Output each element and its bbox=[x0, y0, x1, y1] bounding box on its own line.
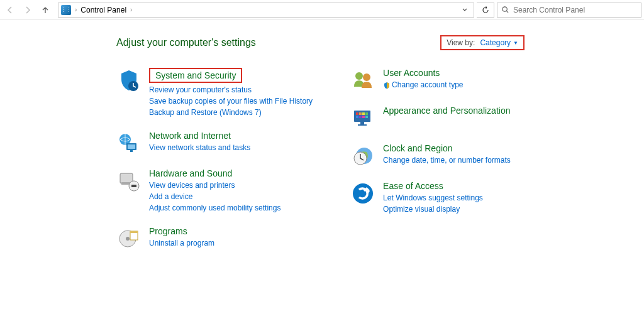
category-body: System and SecurityReview your computer'… bbox=[149, 68, 313, 118]
svg-rect-9 bbox=[131, 185, 136, 187]
refresh-icon bbox=[481, 6, 490, 14]
nav-up-button[interactable] bbox=[38, 3, 53, 18]
category-sublinks: Review your computer's statusSave backup… bbox=[149, 84, 313, 118]
category-sublink[interactable]: Optimize visual display bbox=[383, 204, 483, 215]
category-title-link[interactable]: Ease of Access bbox=[383, 181, 443, 191]
category-icon bbox=[116, 131, 142, 156]
breadcrumb-separator-icon: › bbox=[75, 6, 77, 13]
svg-rect-24 bbox=[359, 116, 362, 118]
arrow-left-icon bbox=[6, 6, 14, 14]
svg-point-0 bbox=[502, 7, 507, 11]
svg-rect-19 bbox=[356, 112, 358, 115]
category-sublink[interactable]: Change date, time, or number formats bbox=[383, 155, 511, 166]
category-item: Ease of AccessLet Windows suggest settin… bbox=[350, 181, 511, 215]
search-icon bbox=[501, 6, 509, 14]
category-icon bbox=[350, 68, 375, 93]
dropdown-caret-icon: ▼ bbox=[513, 40, 518, 46]
category-sublinks: Let Windows suggest settingsOptimize vis… bbox=[383, 192, 483, 215]
view-by-label: View by: bbox=[447, 38, 475, 47]
category-body: ProgramsUninstall a program bbox=[149, 226, 214, 249]
category-title-link[interactable]: System and Security bbox=[149, 68, 242, 83]
category-sublinks: View devices and printersAdd a deviceAdj… bbox=[149, 180, 280, 214]
nav-back-button[interactable] bbox=[3, 3, 18, 18]
view-by-selector: View by: Category ▼ bbox=[440, 35, 525, 50]
control-panel-icon: ⋮⋮ bbox=[61, 5, 71, 15]
svg-rect-18 bbox=[358, 124, 367, 126]
category-item: Clock and RegionChange date, time, or nu… bbox=[350, 143, 511, 168]
category-item: Network and InternetView network status … bbox=[116, 131, 313, 156]
breadcrumb-separator-icon: › bbox=[130, 6, 132, 13]
category-sublinks: Change date, time, or number formats bbox=[383, 155, 511, 166]
page-title: Adjust your computer's settings bbox=[116, 37, 256, 48]
svg-point-11 bbox=[126, 237, 130, 241]
svg-rect-17 bbox=[360, 122, 364, 124]
svg-rect-26 bbox=[365, 116, 368, 118]
category-sublink[interactable]: Let Windows suggest settings bbox=[383, 192, 483, 204]
search-box[interactable] bbox=[497, 3, 641, 18]
category-body: Network and InternetView network status … bbox=[149, 131, 250, 153]
category-item: Appearance and Personalization bbox=[350, 106, 511, 131]
svg-rect-25 bbox=[362, 116, 365, 118]
category-sublink[interactable]: Uninstall a program bbox=[149, 237, 214, 249]
svg-rect-4 bbox=[128, 144, 135, 149]
search-input[interactable] bbox=[513, 6, 637, 14]
category-body: Appearance and Personalization bbox=[383, 106, 510, 117]
categories-grid: System and SecurityReview your computer'… bbox=[116, 68, 644, 251]
nav-forward-button[interactable] bbox=[20, 3, 35, 18]
category-item: User AccountsChange account type bbox=[350, 68, 511, 93]
categories-right-column: User AccountsChange account typeAppearan… bbox=[350, 68, 511, 251]
category-sublink[interactable]: Adjust commonly used mobility settings bbox=[149, 202, 280, 214]
category-body: User AccountsChange account type bbox=[383, 68, 463, 90]
category-icon bbox=[350, 181, 375, 206]
category-icon bbox=[116, 68, 142, 93]
category-title-link[interactable]: Programs bbox=[149, 226, 187, 236]
category-item: System and SecurityReview your computer'… bbox=[116, 68, 313, 118]
category-title-link[interactable]: Hardware and Sound bbox=[149, 168, 232, 178]
svg-rect-5 bbox=[130, 150, 133, 152]
category-sublink[interactable]: View devices and printers bbox=[149, 180, 280, 191]
category-sublink[interactable]: Review your computer's status bbox=[149, 84, 313, 95]
category-body: Hardware and SoundView devices and print… bbox=[149, 168, 280, 214]
svg-rect-23 bbox=[356, 116, 358, 118]
category-icon bbox=[350, 143, 375, 168]
category-item: Hardware and SoundView devices and print… bbox=[116, 168, 313, 214]
svg-rect-13 bbox=[130, 231, 138, 233]
address-toolbar: ⋮⋮ › Control Panel › bbox=[0, 0, 644, 20]
category-sublinks: View network status and tasks bbox=[149, 142, 250, 153]
category-title-link[interactable]: Network and Internet bbox=[149, 131, 231, 141]
category-icon bbox=[116, 226, 142, 251]
breadcrumb[interactable]: Control Panel bbox=[80, 6, 126, 14]
category-icon bbox=[350, 106, 375, 131]
refresh-button[interactable] bbox=[477, 3, 494, 18]
categories-left-column: System and SecurityReview your computer'… bbox=[116, 68, 313, 251]
address-bar[interactable]: ⋮⋮ › Control Panel › bbox=[58, 3, 474, 18]
category-icon bbox=[116, 168, 142, 193]
category-sublink[interactable]: View network status and tasks bbox=[149, 142, 250, 153]
category-body: Ease of AccessLet Windows suggest settin… bbox=[383, 181, 483, 215]
svg-point-29 bbox=[353, 183, 373, 204]
arrow-up-icon bbox=[41, 6, 50, 14]
content-area: Adjust your computer's settings View by:… bbox=[0, 20, 644, 251]
category-title-link[interactable]: User Accounts bbox=[383, 68, 440, 78]
category-sublink[interactable]: Save backup copies of your files with Fi… bbox=[149, 95, 313, 107]
category-body: Clock and RegionChange date, time, or nu… bbox=[383, 143, 511, 166]
svg-point-15 bbox=[363, 73, 370, 81]
view-by-dropdown[interactable]: Category ▼ bbox=[480, 38, 518, 47]
svg-rect-21 bbox=[362, 112, 365, 115]
content-header: Adjust your computer's settings View by:… bbox=[116, 35, 644, 50]
address-dropdown-button[interactable] bbox=[458, 3, 471, 17]
view-by-value: Category bbox=[480, 38, 511, 47]
category-title-link[interactable]: Appearance and Personalization bbox=[383, 106, 510, 116]
category-sublink[interactable]: Backup and Restore (Windows 7) bbox=[149, 107, 313, 118]
category-sublinks: Change account type bbox=[383, 79, 463, 90]
category-sublinks: Uninstall a program bbox=[149, 237, 214, 249]
category-sublink[interactable]: Add a device bbox=[149, 191, 280, 202]
chevron-down-icon bbox=[462, 7, 468, 13]
category-sublink[interactable]: Change account type bbox=[383, 79, 463, 90]
svg-rect-22 bbox=[365, 112, 368, 115]
svg-rect-20 bbox=[359, 112, 362, 115]
category-title-link[interactable]: Clock and Region bbox=[383, 143, 453, 153]
category-item: ProgramsUninstall a program bbox=[116, 226, 313, 251]
svg-point-14 bbox=[355, 72, 363, 80]
arrow-right-icon bbox=[23, 6, 32, 14]
